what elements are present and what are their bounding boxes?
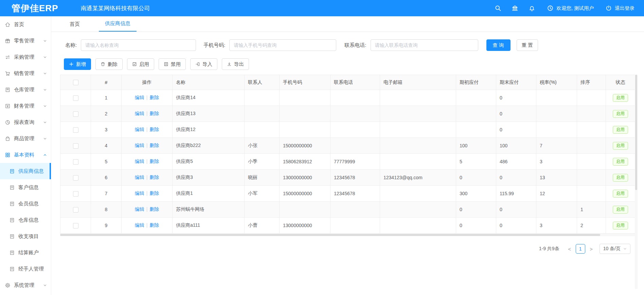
delete-link[interactable]: 删除 bbox=[149, 127, 159, 132]
sidebar-item-label: 仓库信息 bbox=[18, 217, 39, 223]
sidebar-item-15[interactable]: 经手人管理 bbox=[0, 261, 51, 277]
sidebar-item-14[interactable]: 结算账户 bbox=[0, 244, 51, 261]
sidebar-item-9[interactable]: 供应商信息 bbox=[0, 163, 51, 179]
row-checkbox[interactable] bbox=[73, 175, 78, 181]
import-icon bbox=[195, 62, 200, 67]
select-all-header bbox=[60, 75, 91, 90]
sidebar-item-10[interactable]: 客户信息 bbox=[0, 179, 51, 196]
current-page-button[interactable]: 1 bbox=[576, 244, 585, 254]
sidebar-item-3[interactable]: 销售管理 bbox=[0, 65, 51, 81]
row-checkbox[interactable] bbox=[73, 111, 78, 117]
phone-filter-input[interactable] bbox=[229, 39, 336, 51]
table-horizontal-scrollbar[interactable] bbox=[60, 234, 638, 236]
edit-link[interactable]: 编辑 bbox=[135, 206, 144, 212]
reset-button[interactable]: 重 置 bbox=[517, 39, 538, 51]
sidebar-item-4[interactable]: 仓库管理 bbox=[0, 81, 51, 98]
row-tax-rate-cell bbox=[536, 122, 577, 138]
table-header: #操作名称联系人手机号码联系电话电子邮箱期初应付期末应付税率(%)排序状态 bbox=[60, 75, 635, 90]
row-checkbox[interactable] bbox=[73, 191, 78, 197]
sidebar-item-5[interactable]: 财务管理 bbox=[0, 98, 51, 114]
delete-link[interactable]: 删除 bbox=[149, 95, 159, 100]
bank-icon[interactable] bbox=[512, 5, 518, 12]
column-header: 名称 bbox=[173, 75, 245, 90]
row-status-cell: 启用 bbox=[606, 90, 635, 106]
delete-link[interactable]: 删除 bbox=[149, 159, 159, 164]
delete-link[interactable]: 删除 bbox=[149, 174, 159, 180]
row-name-cell: 供应商a111 bbox=[173, 218, 245, 234]
edit-link[interactable]: 编辑 bbox=[135, 95, 144, 100]
sidebar-item-2[interactable]: 采购管理 bbox=[0, 49, 51, 65]
row-checkbox[interactable] bbox=[73, 159, 78, 165]
tab-home[interactable]: 首页 bbox=[64, 17, 86, 32]
status-badge: 启用 bbox=[613, 190, 628, 198]
hscroll-thumb[interactable] bbox=[60, 234, 600, 236]
search-icon[interactable] bbox=[495, 5, 501, 12]
sidebar-item-6[interactable]: 报表查询 bbox=[0, 114, 51, 130]
row-index-cell: 1 bbox=[91, 90, 122, 106]
edit-link[interactable]: 编辑 bbox=[135, 143, 144, 148]
page-size-select[interactable]: 10 条/页 bbox=[600, 244, 630, 254]
delete-link[interactable]: 删除 bbox=[149, 143, 159, 148]
column-header: 状态 bbox=[606, 75, 635, 90]
logout-button[interactable]: 退出登录 bbox=[605, 5, 634, 12]
disable-button[interactable]: 禁用 bbox=[159, 58, 186, 70]
system-gear-icon bbox=[5, 282, 11, 288]
delete-link[interactable]: 删除 bbox=[149, 111, 159, 116]
ops-divider: | bbox=[146, 206, 148, 212]
vscroll-thumb[interactable] bbox=[635, 75, 637, 190]
table-vertical-scrollbar[interactable] bbox=[635, 75, 638, 289]
sidebar-item-11[interactable]: 会员信息 bbox=[0, 196, 51, 212]
row-checkbox[interactable] bbox=[73, 223, 78, 228]
delete-link[interactable]: 删除 bbox=[149, 222, 159, 228]
import-button[interactable]: 导入 bbox=[190, 58, 217, 70]
bell-icon[interactable] bbox=[529, 5, 535, 12]
row-checkbox[interactable] bbox=[73, 127, 78, 133]
enable-button[interactable]: 启用 bbox=[127, 58, 154, 70]
row-contact-cell bbox=[245, 106, 280, 122]
next-page-button[interactable]: > bbox=[587, 244, 596, 254]
delete-button[interactable]: 删除 bbox=[95, 58, 123, 70]
row-checkbox[interactable] bbox=[73, 95, 78, 101]
name-filter-input[interactable] bbox=[81, 39, 196, 51]
edit-link[interactable]: 编辑 bbox=[135, 190, 144, 196]
row-index-cell: 8 bbox=[91, 202, 122, 218]
sidebar-item-7[interactable]: 商品管理 bbox=[0, 130, 51, 147]
edit-link[interactable]: 编辑 bbox=[135, 222, 144, 228]
sidebar-item-8[interactable]: 基本资料 bbox=[0, 147, 51, 163]
delete-link[interactable]: 删除 bbox=[149, 206, 159, 212]
sidebar-item-1[interactable]: 零售管理 bbox=[0, 33, 51, 49]
edit-link[interactable]: 编辑 bbox=[135, 111, 144, 116]
edit-link[interactable]: 编辑 bbox=[135, 174, 144, 180]
sidebar-item-0[interactable]: 首页 bbox=[0, 16, 51, 33]
company-name: 南通某某网络科技有限公司 bbox=[80, 4, 150, 12]
x-square-icon bbox=[164, 62, 168, 67]
row-tax-rate-cell bbox=[536, 90, 577, 106]
table-row: 3编辑|删除供应商120启用 bbox=[60, 122, 635, 138]
tab-supplier-info[interactable]: 供应商信息 bbox=[99, 16, 137, 32]
search-button[interactable]: 查 询 bbox=[486, 39, 511, 51]
delete-link[interactable]: 删除 bbox=[149, 190, 159, 196]
sidebar-item-13[interactable]: 收支项目 bbox=[0, 228, 51, 244]
row-checkbox[interactable] bbox=[73, 143, 78, 149]
add-button[interactable]: 新增 bbox=[64, 58, 91, 70]
row-status-cell: 启用 bbox=[606, 218, 635, 234]
row-checkbox[interactable] bbox=[73, 207, 78, 213]
edit-link[interactable]: 编辑 bbox=[135, 127, 144, 132]
tel-filter-input[interactable] bbox=[371, 39, 478, 51]
status-badge: 启用 bbox=[613, 174, 628, 182]
welcome-user[interactable]: 欢迎您, 测试用户 bbox=[547, 5, 594, 12]
export-button[interactable]: 导出 bbox=[222, 58, 249, 70]
basic-grid-icon bbox=[5, 152, 11, 158]
sidebar-item-16[interactable]: 系统管理 bbox=[0, 277, 51, 293]
prev-page-button[interactable]: < bbox=[565, 244, 574, 254]
ops-divider: | bbox=[146, 127, 148, 132]
sidebar-item-12[interactable]: 仓库信息 bbox=[0, 212, 51, 228]
row-index-cell: 6 bbox=[91, 170, 122, 186]
row-name-cell: 苏州蜗牛网络 bbox=[173, 202, 245, 218]
select-all-checkbox[interactable] bbox=[73, 80, 78, 85]
row-name-cell: 供应商3 bbox=[173, 170, 245, 186]
plus-icon bbox=[69, 62, 74, 67]
edit-link[interactable]: 编辑 bbox=[135, 159, 144, 164]
sidebar-item-label: 收支项目 bbox=[18, 233, 39, 240]
sidebar-item-label: 财务管理 bbox=[14, 103, 34, 109]
